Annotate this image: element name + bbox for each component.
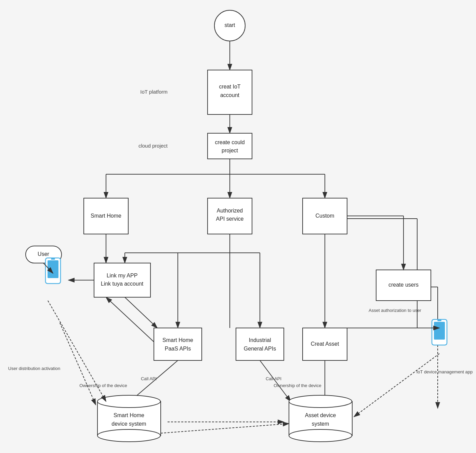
arrow-dashed-phone-to-smarthome bbox=[60, 323, 96, 405]
link-app-label-1: Link my APP bbox=[107, 273, 138, 278]
svg-rect-9 bbox=[437, 320, 441, 321]
creat-iot-label-1: creat IoT bbox=[219, 84, 240, 90]
left-phone-icon bbox=[45, 258, 61, 284]
industrial-general-label-2: General APIs bbox=[244, 346, 276, 352]
industrial-general-node bbox=[236, 328, 284, 360]
asset-device-label-2: system bbox=[312, 421, 329, 427]
svg-point-4 bbox=[52, 280, 54, 283]
creat-asset-label: Creat Asset bbox=[311, 341, 339, 347]
asset-device-top bbox=[289, 395, 352, 408]
right-phone-icon bbox=[432, 319, 447, 345]
asset-device-bottom bbox=[289, 429, 352, 442]
link-app-node bbox=[94, 263, 150, 297]
iot-device-management-label: IoT device management app bbox=[416, 369, 473, 374]
user-distribution-label: User distribution activation bbox=[8, 366, 60, 371]
create-cloud-label-1: create could bbox=[215, 139, 244, 145]
creat-iot-label-2: account bbox=[220, 92, 240, 98]
smart-home-label: Smart Home bbox=[91, 213, 121, 219]
smart-home-device-bottom bbox=[97, 429, 160, 442]
ownership-right-label: Ownership of the device bbox=[274, 383, 321, 388]
smart-home-paas-label-1: Smart Home bbox=[162, 337, 193, 343]
arrow-dashed-devices-bottom bbox=[161, 424, 289, 433]
iot-platform-label: IoT platform bbox=[140, 89, 168, 95]
asset-device-label-1: Asset device bbox=[305, 412, 336, 418]
ownership-left-label: Ownership of the device bbox=[79, 383, 127, 388]
authorized-api-label-2: API service bbox=[216, 216, 244, 222]
smart-home-paas-node bbox=[154, 328, 202, 360]
svg-rect-7 bbox=[434, 322, 445, 340]
industrial-general-label-1: Industrial bbox=[249, 337, 271, 343]
smart-home-device-label-2: device system bbox=[111, 421, 146, 427]
create-cloud-node bbox=[208, 133, 252, 159]
start-label: start bbox=[224, 22, 235, 28]
call-api-right-label: Call API bbox=[266, 376, 281, 381]
smart-home-device-label-1: Smart Home bbox=[114, 412, 144, 418]
cloud-project-label: cloud project bbox=[138, 143, 168, 149]
svg-point-8 bbox=[438, 342, 441, 344]
asset-authorization-label: Asset authorization to user bbox=[369, 308, 422, 313]
arrow-link-to-paas bbox=[125, 297, 157, 328]
svg-rect-5 bbox=[51, 258, 55, 260]
call-api-left-label: Call API bbox=[141, 376, 157, 381]
smart-home-device-top bbox=[97, 395, 160, 408]
custom-label: Custom bbox=[315, 213, 334, 219]
authorized-api-label-1: Authorized bbox=[217, 208, 243, 214]
smart-home-paas-label-2: PaaS APIs bbox=[165, 346, 191, 352]
arrow-dashed-right-phone-to-asset bbox=[354, 354, 439, 417]
link-app-label-2: Link tuya account bbox=[101, 281, 144, 287]
user-label: User bbox=[38, 251, 49, 257]
create-users-label: create users bbox=[388, 282, 419, 288]
create-cloud-label-2: project bbox=[222, 148, 238, 153]
